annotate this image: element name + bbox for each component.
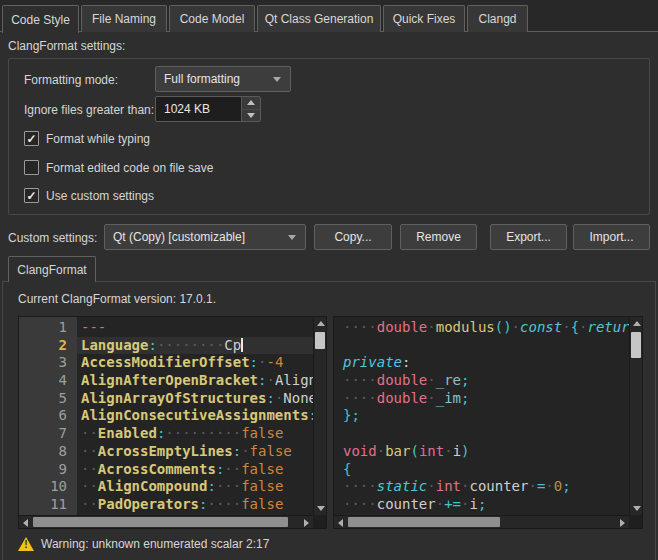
warning-triangle-icon: !: [18, 537, 34, 551]
code-line: void·bar(int·i): [339, 443, 629, 461]
checkbox-icon: ✓: [24, 131, 39, 146]
scroll-up-button[interactable]: [630, 317, 643, 330]
warning-bang: !: [24, 539, 27, 551]
scroll-down-button[interactable]: [630, 502, 643, 515]
tab-code-style[interactable]: Code Style: [2, 5, 79, 33]
scrollbar-handle[interactable]: [348, 517, 500, 527]
scrollbar-handle[interactable]: [33, 517, 288, 527]
vertical-scrollbar[interactable]: [629, 317, 642, 515]
code-line: ---: [77, 319, 313, 337]
button-label: Copy...: [334, 230, 371, 244]
formatting-mode-combobox[interactable]: Full formatting: [155, 66, 291, 92]
custom-settings-value: Qt (Copy) [customizable]: [113, 230, 245, 244]
scroll-right-icon: [620, 519, 625, 527]
checkbox-icon: ✓: [24, 160, 39, 175]
code-line: AlignArrayOfStructures:·None: [77, 390, 313, 408]
scrollbar-handle[interactable]: [315, 332, 325, 349]
scroll-right-button[interactable]: [616, 516, 629, 529]
button-label: Remove: [416, 230, 461, 244]
code-line: ··AlignCompound:···false: [77, 478, 313, 496]
code-line: ····counter·+=·i;: [339, 496, 629, 514]
ignore-files-spinbox[interactable]: 1024 KB: [155, 96, 261, 122]
scroll-up-icon: [633, 321, 641, 326]
scroll-left-button[interactable]: [19, 516, 32, 529]
tab-label: Clangd: [478, 12, 516, 26]
clangformat-settings-label: ClangFormat settings:: [8, 39, 125, 53]
spinbox-buttons[interactable]: [241, 97, 260, 121]
checkbox-label: Use custom settings: [46, 189, 154, 203]
code-area[interactable]: ····double·modulus()·const·{·return·priv…: [334, 317, 629, 515]
tab-quick-fixes[interactable]: Quick Fixes: [383, 5, 465, 32]
scroll-left-icon: [338, 519, 343, 527]
formatting-mode-label: Formatting mode:: [24, 73, 118, 87]
code-line: {: [339, 461, 629, 479]
tab-file-naming[interactable]: File Naming: [81, 5, 167, 32]
custom-settings-label: Custom settings:: [8, 231, 97, 245]
code-line: ··PadOperators:····false: [77, 496, 313, 514]
tab-code-model[interactable]: Code Model: [169, 5, 255, 32]
tab-label: File Naming: [92, 12, 156, 26]
code-line: AccessModifierOffset:·-4: [77, 354, 313, 372]
scrollbar-handle[interactable]: [631, 332, 641, 358]
export-button[interactable]: Export...: [490, 224, 567, 250]
button-label: Import...: [589, 230, 633, 244]
spin-down-button[interactable]: [242, 110, 260, 122]
checkbox-use-custom-settings[interactable]: ✓ Use custom settings: [24, 188, 154, 203]
checkbox-label: Format edited code on file save: [46, 161, 213, 175]
code-line: ··Enabled:·········false: [77, 425, 313, 443]
scroll-down-button[interactable]: [314, 502, 327, 515]
checkbox-label: Format while typing: [46, 132, 150, 146]
code-line: ··AcrossEmptyLines:·false: [77, 443, 313, 461]
scroll-down-icon: [633, 506, 641, 511]
yaml-config-editor[interactable]: 1234567891011 ---Language:········CpAcce…: [18, 316, 327, 529]
custom-settings-combobox[interactable]: Qt (Copy) [customizable]: [104, 224, 306, 250]
ignore-files-value: 1024 KB: [164, 102, 210, 116]
import-button[interactable]: Import...: [573, 224, 650, 250]
line-number-gutter: 1234567891011: [19, 317, 77, 515]
code-line: [339, 337, 629, 355]
code-line: ····double·_im;: [339, 390, 629, 408]
cpp-preview-editor[interactable]: ····double·modulus()·const·{·return·priv…: [333, 316, 643, 529]
tab-label: ClangFormat: [17, 263, 86, 277]
code-line: Language:········Cp: [77, 337, 313, 355]
warning-text: Warning: unknown enumerated scalar 2:17: [41, 537, 269, 551]
checkbox-format-on-save[interactable]: ✓ Format edited code on file save: [24, 160, 213, 175]
spin-down-icon: [247, 113, 255, 118]
ignore-files-label: Ignore files greater than:: [24, 103, 154, 117]
code-line: [339, 425, 629, 443]
tab-clangformat[interactable]: ClangFormat: [8, 256, 96, 282]
horizontal-scrollbar[interactable]: [334, 515, 629, 528]
code-line: ····static·int·counter·=·0;: [339, 478, 629, 496]
code-line: ··AcrossComments:··false: [77, 461, 313, 479]
code-line: private:: [339, 354, 629, 372]
spin-up-button[interactable]: [242, 97, 260, 110]
code-line: AlignAfterOpenBracket:·Align: [77, 372, 313, 390]
code-line: ····double·modulus()·const·{·return·: [339, 319, 629, 337]
code-area[interactable]: ---Language:········CpAccessModifierOffs…: [77, 317, 313, 515]
spin-up-icon: [247, 100, 255, 105]
scroll-down-icon: [317, 506, 325, 511]
tab-label: Code Model: [180, 12, 245, 26]
copy-button[interactable]: Copy...: [314, 224, 392, 250]
scroll-up-button[interactable]: [314, 317, 327, 330]
tab-clangd[interactable]: Clangd: [467, 5, 528, 32]
tab-qt-class-generation[interactable]: Qt Class Generation: [257, 5, 381, 32]
scroll-up-icon: [317, 321, 325, 326]
code-line: ····double·_re;: [339, 372, 629, 390]
remove-button[interactable]: Remove: [400, 224, 477, 250]
code-line: AlignConsecutiveAssignments:: [77, 407, 313, 425]
tab-label: Quick Fixes: [393, 12, 456, 26]
clangformat-version-text: Current ClangFormat version: 17.0.1.: [18, 292, 216, 306]
checkbox-format-while-typing[interactable]: ✓ Format while typing: [24, 131, 150, 146]
chevron-down-icon: [288, 235, 296, 240]
scroll-right-button[interactable]: [300, 516, 313, 529]
button-label: Export...: [506, 230, 551, 244]
scrollbar-corner: [313, 515, 326, 528]
checkbox-icon: ✓: [24, 188, 39, 203]
formatting-mode-value: Full formatting: [164, 72, 240, 86]
vertical-scrollbar[interactable]: [313, 317, 326, 515]
scroll-left-button[interactable]: [334, 516, 347, 529]
tab-label: Qt Class Generation: [265, 12, 374, 26]
tab-label: Code Style: [11, 13, 70, 27]
horizontal-scrollbar[interactable]: [19, 515, 313, 528]
